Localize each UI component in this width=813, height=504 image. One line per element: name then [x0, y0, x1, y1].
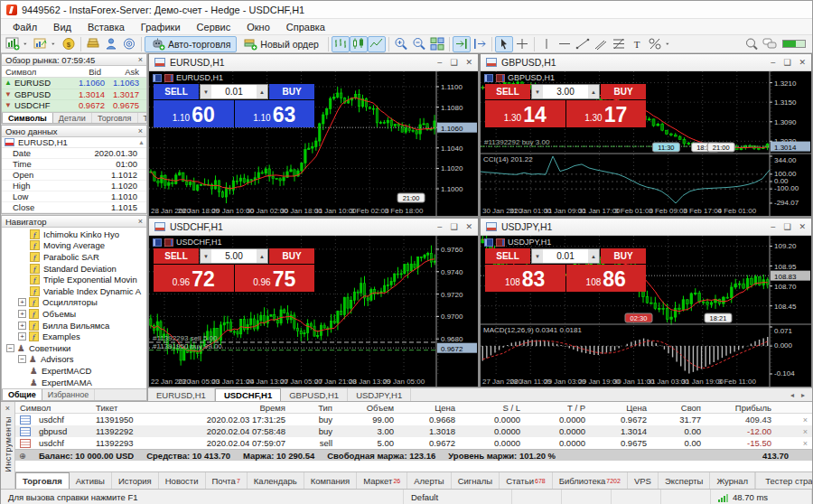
buy-price[interactable]: 0.9675	[235, 265, 315, 292]
close-icon[interactable]: ✕	[465, 222, 472, 231]
volume-value[interactable]: 0.01	[211, 85, 257, 98]
maximize-icon[interactable]: ❑	[450, 58, 457, 67]
navigator-item[interactable]: +ƒExamples	[2, 331, 146, 342]
terminal-tab-VPS[interactable]: VPS	[628, 472, 659, 489]
close-icon[interactable]: ×	[138, 126, 143, 135]
market-watch-column-header[interactable]: Ask	[105, 67, 146, 77]
volume-increase-icon[interactable]: ▲	[588, 85, 599, 98]
profiles-icon[interactable]	[32, 36, 50, 52]
market-watch-column-header[interactable]: Bid	[67, 67, 105, 77]
terminal-side-label[interactable]: Инструменты	[4, 416, 13, 472]
expand-icon[interactable]: ⊕	[19, 451, 26, 461]
sell-button[interactable]: SELL	[485, 248, 530, 264]
terminal-tab-Алерты[interactable]: Алерты	[407, 472, 451, 489]
fibo-icon[interactable]	[610, 36, 628, 52]
navigator-item[interactable]: ♟ExpertMACD	[2, 365, 146, 377]
caret-icon[interactable]	[50, 36, 60, 52]
oneclick-panel-icon[interactable]	[153, 74, 162, 82]
navigator-item[interactable]: ƒMoving Average	[2, 240, 146, 252]
oneclick-panel-icon[interactable]	[484, 74, 493, 82]
depth-of-market-icon[interactable]	[164, 238, 173, 247]
maximize-icon[interactable]: ❑	[450, 222, 457, 231]
menu-Сервис[interactable]: Сервис	[189, 21, 239, 33]
volume-stepper[interactable]: ▼5.00▲	[200, 248, 268, 264]
expand-icon[interactable]: +	[18, 322, 26, 330]
new-order-button[interactable]: Новый ордер	[237, 36, 325, 52]
buy-button[interactable]: BUY	[601, 84, 646, 99]
shift-icon[interactable]	[471, 36, 489, 52]
market-watch-column-header[interactable]: Символ	[2, 67, 67, 77]
volume-stepper[interactable]: ▼3.00▲	[531, 84, 600, 99]
terminal-tab-Календарь[interactable]: Календарь	[248, 472, 304, 489]
buy-button[interactable]: BUY	[269, 84, 314, 99]
zoom-in-icon[interactable]	[392, 36, 410, 52]
depth-of-market-icon[interactable]	[496, 238, 505, 247]
terminal-tab-Новости[interactable]: Новости	[159, 472, 206, 489]
sell-button[interactable]: SELL	[154, 84, 199, 99]
terminal-column-Время[interactable]: Время	[173, 403, 290, 413]
close-position-icon[interactable]: ×	[776, 427, 812, 436]
navigator-item[interactable]: +ƒОсцилляторы	[2, 297, 146, 309]
menu-Файл[interactable]: Файл	[5, 21, 45, 33]
market-watch-row[interactable]: ▼USDCHF0.96720.9675	[2, 100, 146, 112]
chart-window-titlebar[interactable]: EURUSD,H1–❑✕	[149, 54, 478, 71]
sell-price[interactable]: 1.1060	[154, 100, 234, 127]
terminal-tab-Сигналы[interactable]: Сигналы	[452, 472, 500, 489]
bars-icon[interactable]	[332, 36, 350, 52]
close-icon[interactable]: ×	[5, 404, 10, 413]
new-chart-icon[interactable]	[4, 36, 22, 52]
sell-price[interactable]: 0.9672	[154, 265, 234, 292]
terminal-tab-История[interactable]: История	[112, 472, 159, 489]
navigator-item[interactable]: ƒStandard Deviation	[2, 263, 146, 275]
market-watch-tab-Детали[interactable]: Детали	[53, 113, 92, 124]
terminal-column-S / L[interactable]: S / L	[460, 403, 525, 413]
close-icon[interactable]: ✕	[799, 222, 806, 231]
depth-of-market-icon[interactable]	[496, 74, 505, 82]
chart-tab-EURUSD,H1[interactable]: EURUSD,H1	[148, 388, 215, 401]
volume-increase-icon[interactable]: ▲	[257, 249, 267, 263]
volume-value[interactable]: 3.00	[543, 85, 588, 98]
status-connection[interactable]: 48.70 ms	[711, 490, 812, 504]
terminal-tab-Журнал[interactable]: Журнал	[710, 472, 755, 489]
chart-window-titlebar[interactable]: GBPUSD,H1–❑✕	[481, 54, 811, 71]
navigator-tab-Общие[interactable]: Общие	[2, 389, 42, 400]
candles-icon[interactable]	[350, 36, 368, 52]
volume-stepper[interactable]: ▼0.01▲	[200, 84, 268, 99]
cursor-icon[interactable]	[495, 36, 513, 52]
expand-icon[interactable]: +	[18, 332, 26, 341]
terminal-column-T / P[interactable]: T / P	[525, 403, 590, 413]
hline-icon[interactable]	[556, 36, 574, 52]
position-row[interactable]: usdchf113919502020.02.03 17:31:25buy99.0…	[15, 414, 812, 425]
shapes-icon[interactable]	[646, 36, 664, 52]
navigator-item[interactable]: +ƒОбъемы	[2, 308, 146, 320]
market-watch-icon[interactable]	[84, 36, 102, 52]
scroll-left-icon[interactable]: ◂	[790, 391, 794, 399]
terminal-tab-Библиотека[interactable]: Библиотека7202	[553, 472, 628, 489]
volume-stepper[interactable]: ▼0.01▲	[531, 248, 600, 264]
caret-icon[interactable]	[22, 36, 32, 52]
terminal-column-Цена[interactable]: Цена	[590, 403, 651, 413]
volume-decrease-icon[interactable]: ▼	[532, 249, 543, 263]
terminal-tab-Почта[interactable]: Почта7	[206, 472, 248, 489]
market-watch-row[interactable]: ▼GBPUSD1.30141.3017	[2, 89, 146, 101]
autoscroll-icon[interactable]	[453, 36, 471, 52]
volume-increase-icon[interactable]: ▲	[257, 85, 267, 98]
terminal-tab-Компания[interactable]: Компания	[304, 472, 357, 489]
strategy-tester-link[interactable]: Тестер стратегий	[755, 472, 812, 489]
chart-tab-USDJPY,H1[interactable]: USDJPY,H1	[348, 388, 411, 401]
buy-button[interactable]: BUY	[269, 248, 314, 264]
collapse-icon[interactable]: −	[18, 355, 26, 363]
terminal-ico-icon[interactable]	[120, 36, 138, 52]
navigator-item[interactable]: −♟Советники	[2, 342, 146, 354]
terminal-column-Символ[interactable]: Символ	[15, 403, 91, 413]
buy-button[interactable]: BUY	[601, 248, 646, 264]
cycler-icon[interactable]: $	[60, 36, 78, 52]
minimize-icon[interactable]: –	[437, 222, 442, 231]
menu-Графики[interactable]: Графики	[133, 21, 189, 33]
chat-icon[interactable]	[761, 36, 779, 52]
terminal-column-Тикет[interactable]: Тикет	[91, 403, 173, 413]
volume-value[interactable]: 0.01	[543, 249, 588, 263]
terminal-column-Своп[interactable]: Своп	[651, 403, 706, 413]
sell-button[interactable]: SELL	[485, 84, 530, 99]
tline-icon[interactable]	[574, 36, 592, 52]
